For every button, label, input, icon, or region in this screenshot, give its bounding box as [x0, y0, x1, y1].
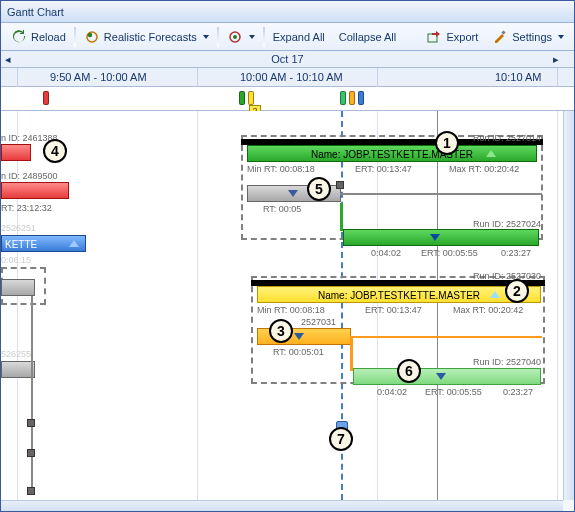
gantt-canvas[interactable]: n ID: 2461388 n ID: 2489500 RT: 23:12:32…	[1, 111, 563, 500]
toolbar: Reload Realistic Forecasts Expand All Co…	[1, 23, 574, 51]
rt-label: RT: 00:05:01	[273, 347, 324, 357]
run-id-label: 526255	[1, 349, 31, 359]
run-id-label: 2526251	[1, 223, 36, 233]
collapse-all-label: Collapse All	[339, 31, 396, 43]
time-10-cell	[17, 68, 22, 87]
forecasts-button[interactable]: Realistic Forecasts	[78, 27, 215, 47]
run-id-label: Run ID: 2527024	[473, 219, 541, 229]
rt-label: 0:23:27	[503, 387, 533, 397]
date-label: Oct 17	[271, 53, 303, 65]
callout-4: 4	[43, 139, 67, 163]
callout-3: 3	[269, 319, 293, 343]
callout-5: 5	[307, 177, 331, 201]
callout-2: 2	[505, 279, 529, 303]
callout-6: 6	[397, 359, 421, 383]
separator	[74, 27, 76, 47]
task-bar[interactable]: KETTE	[1, 235, 86, 252]
auto-button[interactable]	[221, 27, 261, 47]
link-line	[350, 336, 542, 338]
time-10-cell	[377, 68, 382, 87]
max-rt-label: Max RT: 00:20:42	[453, 305, 523, 315]
collapse-all-button[interactable]: Collapse All	[333, 29, 402, 45]
dropdown-caret-icon	[203, 35, 209, 39]
forecasts-icon	[84, 29, 100, 45]
time-10-cell	[197, 68, 202, 87]
rt-label: 0:04:02	[371, 248, 401, 258]
reload-label: Reload	[31, 31, 66, 43]
expand-all-button[interactable]: Expand All	[267, 29, 331, 45]
horizontal-scrollbar[interactable]	[1, 500, 563, 511]
settings-icon	[492, 29, 508, 45]
gear-refresh-icon	[227, 29, 243, 45]
link-node	[336, 181, 344, 189]
settings-label: Settings	[512, 31, 552, 43]
rt-label: RT: 00:05	[263, 204, 301, 214]
export-button[interactable]: Export	[420, 27, 484, 47]
link-line	[350, 336, 353, 371]
task-bar[interactable]	[1, 182, 69, 199]
marker-orange	[349, 91, 355, 105]
marker-yellow	[248, 91, 254, 105]
svg-point-3	[233, 35, 237, 39]
svg-rect-5	[502, 30, 506, 34]
export-label: Export	[446, 31, 478, 43]
time-cell-2: 10:10 AM	[491, 68, 541, 87]
link-line	[340, 193, 542, 195]
task-bar[interactable]	[1, 361, 35, 378]
run-id-label: Run ID: 2527014	[473, 133, 541, 143]
time-header: 9:50 AM - 10:00 AM 10:00 AM - 10:10 AM 1…	[1, 68, 574, 87]
time-cell-1: 10:00 AM - 10:10 AM	[236, 68, 343, 87]
run-id-label: n ID: 2489500	[1, 171, 58, 181]
task-bar-master[interactable]: Name: JOBP.TESTKETTE.MASTER	[257, 286, 541, 303]
forecasts-label: Realistic Forecasts	[104, 31, 197, 43]
callout-1: 1	[435, 131, 459, 155]
reload-icon	[11, 29, 27, 45]
overview-marker-bar[interactable]: 2	[1, 87, 574, 111]
window-title-bar: Gantt Chart	[1, 1, 574, 23]
dropdown-caret-icon	[558, 35, 564, 39]
vertical-scrollbar[interactable]	[563, 111, 574, 500]
rt-label: 0:04:02	[377, 387, 407, 397]
task-bar[interactable]	[343, 229, 539, 246]
date-next-button[interactable]: ▸	[549, 51, 563, 68]
svg-rect-4	[428, 34, 437, 42]
task-bar[interactable]	[353, 368, 541, 385]
marker-red	[43, 91, 49, 105]
gridline	[17, 111, 18, 500]
gridline	[557, 111, 558, 500]
window-title: Gantt Chart	[7, 6, 64, 18]
time-10-cell	[557, 68, 562, 87]
link-node	[27, 487, 35, 495]
gridline	[197, 111, 198, 500]
date-prev-button[interactable]: ◂	[1, 51, 15, 68]
dropdown-caret-icon	[249, 35, 255, 39]
rt-label: RT: 23:12:32	[1, 203, 52, 213]
min-rt-label: Min RT: 00:08:18	[257, 305, 325, 315]
link-line	[340, 203, 343, 231]
ert-label: ERT: 00:13:47	[365, 305, 422, 315]
reload-button[interactable]: Reload	[5, 27, 72, 47]
task-bar[interactable]	[1, 144, 31, 161]
rt-label: 0:06:15	[1, 255, 31, 265]
export-icon	[426, 29, 442, 45]
marker-blue	[358, 91, 364, 105]
time-cell-0: 9:50 AM - 10:00 AM	[46, 68, 147, 87]
link-node	[27, 449, 35, 457]
task-bar[interactable]	[1, 279, 35, 296]
gantt-window: Gantt Chart Reload Realistic Forecasts E…	[0, 0, 575, 512]
callout-7: 7	[329, 427, 353, 451]
ert-label: ERT: 00:05:55	[421, 248, 478, 258]
expand-all-label: Expand All	[273, 31, 325, 43]
settings-button[interactable]: Settings	[486, 27, 570, 47]
run-id-label: 2527031	[301, 317, 336, 327]
task-bar-master[interactable]: Name: JOBP.TESTKETTE.MASTER	[247, 145, 537, 162]
marker-green	[340, 91, 346, 105]
separator	[263, 27, 265, 47]
run-id-label: Run ID: 2527030	[473, 271, 541, 281]
link-line	[31, 296, 33, 492]
run-id-label: Run ID: 2527040	[473, 357, 541, 367]
ert-label: ERT: 00:13:47	[355, 164, 412, 174]
link-node	[27, 419, 35, 427]
min-rt-label: Min RT: 00:08:18	[247, 164, 315, 174]
rt-label: 0:23:27	[501, 248, 531, 258]
